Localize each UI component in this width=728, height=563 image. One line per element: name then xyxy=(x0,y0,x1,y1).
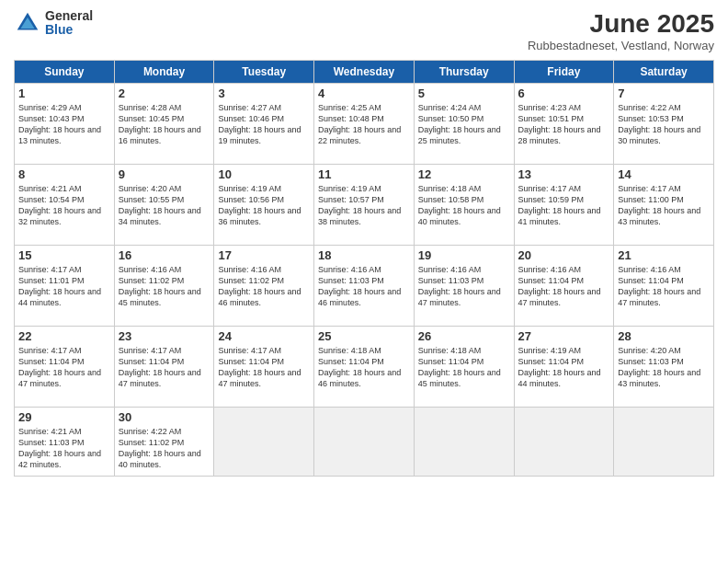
calendar-cell: 17Sunrise: 4:16 AMSunset: 11:02 PMDaylig… xyxy=(214,246,314,327)
day-of-week-monday: Monday xyxy=(114,61,214,84)
calendar-cell: 10Sunrise: 4:19 AMSunset: 10:56 PMDaylig… xyxy=(214,165,314,246)
cell-text: Sunrise: 4:16 AMSunset: 11:02 PMDaylight… xyxy=(119,264,210,309)
day-number: 19 xyxy=(418,248,510,262)
cell-text: Sunrise: 4:29 AMSunset: 10:43 PMDaylight… xyxy=(18,102,110,147)
day-number: 25 xyxy=(318,329,410,343)
cell-text: Sunrise: 4:19 AMSunset: 10:56 PMDaylight… xyxy=(218,183,310,228)
cell-text: Sunrise: 4:18 AMSunset: 10:58 PMDaylight… xyxy=(418,183,510,228)
cell-text: Sunrise: 4:18 AMSunset: 11:04 PMDaylight… xyxy=(318,345,410,390)
day-of-week-friday: Friday xyxy=(514,61,614,84)
day-number: 23 xyxy=(119,329,210,343)
logo-general: General xyxy=(45,9,93,23)
day-number: 3 xyxy=(218,86,310,100)
calendar-cell: 8Sunrise: 4:21 AMSunset: 10:54 PMDayligh… xyxy=(15,165,115,246)
day-number: 30 xyxy=(119,410,210,424)
day-of-week-saturday: Saturday xyxy=(614,61,714,84)
day-number: 22 xyxy=(18,329,110,343)
cell-text: Sunrise: 4:16 AMSunset: 11:04 PMDaylight… xyxy=(618,264,710,309)
header: General Blue June 2025 Rubbestadneset, V… xyxy=(14,9,714,52)
calendar-cell: 2Sunrise: 4:28 AMSunset: 10:45 PMDayligh… xyxy=(114,84,214,165)
calendar-cell: 25Sunrise: 4:18 AMSunset: 11:04 PMDaylig… xyxy=(314,327,415,408)
cell-text: Sunrise: 4:23 AMSunset: 10:51 PMDaylight… xyxy=(518,102,610,147)
cell-text: Sunrise: 4:19 AMSunset: 11:04 PMDaylight… xyxy=(518,345,610,390)
cell-text: Sunrise: 4:21 AMSunset: 10:54 PMDaylight… xyxy=(18,183,110,228)
calendar-cell: 19Sunrise: 4:16 AMSunset: 11:03 PMDaylig… xyxy=(414,246,514,327)
day-number: 2 xyxy=(119,86,210,100)
cell-text: Sunrise: 4:16 AMSunset: 11:03 PMDaylight… xyxy=(318,264,410,309)
day-number: 8 xyxy=(18,167,110,181)
calendar-cell: 29Sunrise: 4:21 AMSunset: 11:03 PMDaylig… xyxy=(15,408,115,477)
day-number: 17 xyxy=(218,248,310,262)
calendar-week-4: 22Sunrise: 4:17 AMSunset: 11:04 PMDaylig… xyxy=(15,327,714,408)
day-number: 18 xyxy=(318,248,410,262)
calendar-cell: 3Sunrise: 4:27 AMSunset: 10:46 PMDayligh… xyxy=(214,84,314,165)
day-number: 13 xyxy=(518,167,610,181)
day-of-week-wednesday: Wednesday xyxy=(314,61,415,84)
day-of-week-sunday: Sunday xyxy=(15,61,115,84)
day-number: 14 xyxy=(618,167,710,181)
day-number: 9 xyxy=(119,167,210,181)
cell-text: Sunrise: 4:16 AMSunset: 11:02 PMDaylight… xyxy=(218,264,310,309)
calendar-cell: 6Sunrise: 4:23 AMSunset: 10:51 PMDayligh… xyxy=(514,84,614,165)
cell-text: Sunrise: 4:18 AMSunset: 11:04 PMDaylight… xyxy=(418,345,510,390)
calendar-cell: 9Sunrise: 4:20 AMSunset: 10:55 PMDayligh… xyxy=(114,165,214,246)
day-number: 1 xyxy=(18,86,110,100)
calendar-cell: 24Sunrise: 4:17 AMSunset: 11:04 PMDaylig… xyxy=(214,327,314,408)
calendar-cell: 30Sunrise: 4:22 AMSunset: 11:02 PMDaylig… xyxy=(114,408,214,477)
cell-text: Sunrise: 4:17 AMSunset: 11:00 PMDaylight… xyxy=(618,183,710,228)
calendar-cell: 28Sunrise: 4:20 AMSunset: 11:03 PMDaylig… xyxy=(614,327,714,408)
calendar-cell: 5Sunrise: 4:24 AMSunset: 10:50 PMDayligh… xyxy=(414,84,514,165)
cell-text: Sunrise: 4:17 AMSunset: 11:04 PMDaylight… xyxy=(18,345,110,390)
calendar-cell: 18Sunrise: 4:16 AMSunset: 11:03 PMDaylig… xyxy=(314,246,415,327)
calendar-week-3: 15Sunrise: 4:17 AMSunset: 11:01 PMDaylig… xyxy=(15,246,714,327)
day-number: 12 xyxy=(418,167,510,181)
day-number: 5 xyxy=(418,86,510,100)
cell-text: Sunrise: 4:27 AMSunset: 10:46 PMDaylight… xyxy=(218,102,310,147)
day-number: 4 xyxy=(318,86,410,100)
day-number: 11 xyxy=(318,167,410,181)
calendar-cell: 11Sunrise: 4:19 AMSunset: 10:57 PMDaylig… xyxy=(314,165,415,246)
calendar-cell: 22Sunrise: 4:17 AMSunset: 11:04 PMDaylig… xyxy=(15,327,115,408)
calendar-cell xyxy=(514,408,614,477)
day-number: 20 xyxy=(518,248,610,262)
cell-text: Sunrise: 4:20 AMSunset: 11:03 PMDaylight… xyxy=(618,345,710,390)
calendar-cell: 14Sunrise: 4:17 AMSunset: 11:00 PMDaylig… xyxy=(614,165,714,246)
day-number: 26 xyxy=(418,329,510,343)
day-number: 21 xyxy=(618,248,710,262)
calendar-cell: 27Sunrise: 4:19 AMSunset: 11:04 PMDaylig… xyxy=(514,327,614,408)
day-number: 29 xyxy=(18,410,110,424)
calendar-cell: 15Sunrise: 4:17 AMSunset: 11:01 PMDaylig… xyxy=(15,246,115,327)
day-number: 28 xyxy=(618,329,710,343)
cell-text: Sunrise: 4:16 AMSunset: 11:04 PMDaylight… xyxy=(518,264,610,309)
day-of-week-thursday: Thursday xyxy=(414,61,514,84)
calendar-cell: 16Sunrise: 4:16 AMSunset: 11:02 PMDaylig… xyxy=(114,246,214,327)
calendar-cell xyxy=(414,408,514,477)
calendar-cell: 20Sunrise: 4:16 AMSunset: 11:04 PMDaylig… xyxy=(514,246,614,327)
cell-text: Sunrise: 4:24 AMSunset: 10:50 PMDaylight… xyxy=(418,102,510,147)
cell-text: Sunrise: 4:25 AMSunset: 10:48 PMDaylight… xyxy=(318,102,410,147)
cell-text: Sunrise: 4:19 AMSunset: 10:57 PMDaylight… xyxy=(318,183,410,228)
day-number: 7 xyxy=(618,86,710,100)
calendar-cell: 4Sunrise: 4:25 AMSunset: 10:48 PMDayligh… xyxy=(314,84,415,165)
cell-text: Sunrise: 4:20 AMSunset: 10:55 PMDaylight… xyxy=(119,183,210,228)
day-number: 10 xyxy=(218,167,310,181)
cell-text: Sunrise: 4:17 AMSunset: 11:01 PMDaylight… xyxy=(18,264,110,309)
calendar-cell: 26Sunrise: 4:18 AMSunset: 11:04 PMDaylig… xyxy=(414,327,514,408)
cell-text: Sunrise: 4:28 AMSunset: 10:45 PMDaylight… xyxy=(119,102,210,147)
calendar-cell: 7Sunrise: 4:22 AMSunset: 10:53 PMDayligh… xyxy=(614,84,714,165)
calendar-cell: 21Sunrise: 4:16 AMSunset: 11:04 PMDaylig… xyxy=(614,246,714,327)
calendar-table: SundayMondayTuesdayWednesdayThursdayFrid… xyxy=(14,60,714,477)
calendar-cell: 12Sunrise: 4:18 AMSunset: 10:58 PMDaylig… xyxy=(414,165,514,246)
calendar-cell: 23Sunrise: 4:17 AMSunset: 11:04 PMDaylig… xyxy=(114,327,214,408)
cell-text: Sunrise: 4:22 AMSunset: 10:53 PMDaylight… xyxy=(618,102,710,147)
day-number: 6 xyxy=(518,86,610,100)
calendar-cell: 1Sunrise: 4:29 AMSunset: 10:43 PMDayligh… xyxy=(15,84,115,165)
cell-text: Sunrise: 4:17 AMSunset: 10:59 PMDaylight… xyxy=(518,183,610,228)
calendar-cell xyxy=(214,408,314,477)
logo: General Blue xyxy=(14,9,93,38)
calendar-cell xyxy=(614,408,714,477)
day-number: 16 xyxy=(119,248,210,262)
day-number: 15 xyxy=(18,248,110,262)
title-area: June 2025 Rubbestadneset, Vestland, Norw… xyxy=(528,9,714,52)
calendar-header-row: SundayMondayTuesdayWednesdayThursdayFrid… xyxy=(15,61,714,84)
